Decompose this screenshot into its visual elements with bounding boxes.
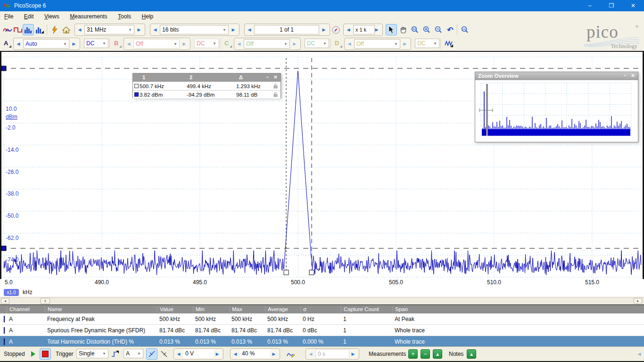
- col-value[interactable]: Value: [157, 306, 193, 313]
- zoom-out-icon[interactable]: [433, 24, 444, 35]
- add-spectrum-view-icon[interactable]: [34, 24, 45, 35]
- threshold-down-button[interactable]: ◀: [175, 350, 182, 358]
- hand-tool-icon[interactable]: [397, 24, 409, 35]
- pretrigger-field[interactable]: 40 %: [240, 349, 270, 358]
- channel-c-range-next-button[interactable]: ▶: [291, 40, 298, 48]
- xzoom-next-button[interactable]: ▶: [373, 25, 380, 34]
- menu-views[interactable]: Views: [40, 11, 64, 22]
- channel-c-range-prev-button[interactable]: ◀: [235, 40, 243, 48]
- channel-a-range-prev-button[interactable]: ◀: [15, 40, 22, 48]
- col-name[interactable]: Name: [45, 306, 157, 313]
- channel-a-label[interactable]: A: [4, 40, 8, 47]
- menu-file[interactable]: File: [0, 11, 17, 22]
- channel-a-coupling-select[interactable]: DC ▼: [84, 39, 108, 48]
- col-average[interactable]: Average: [265, 306, 300, 313]
- zoom-overview-header[interactable]: Zoom Overview – ✕: [475, 72, 638, 80]
- scroll-left-button[interactable]: ◂: [1, 298, 9, 304]
- ruler-readout-header[interactable]: 1 2 Δ – ✕: [133, 74, 281, 82]
- rising-edge-icon[interactable]: [146, 348, 157, 360]
- unlock-icon[interactable]: [273, 92, 278, 97]
- col-channel[interactable]: Channel: [7, 306, 45, 313]
- samplerate-prev-button[interactable]: ◀: [76, 25, 83, 34]
- splitter-handle[interactable]: ‖: [41, 298, 50, 304]
- unlock-icon[interactable]: [273, 83, 278, 89]
- home-icon[interactable]: [60, 24, 72, 35]
- minimize-icon[interactable]: –: [264, 74, 271, 81]
- vertical-ruler-handle[interactable]: [309, 270, 314, 275]
- menu-measurements[interactable]: Measurements: [66, 11, 111, 22]
- zoom-in-icon[interactable]: [421, 24, 432, 35]
- waveform-options-icon[interactable]: [443, 38, 454, 49]
- close-icon[interactable]: ✕: [629, 73, 636, 79]
- horizontal-ruler-handle[interactable]: [1, 66, 6, 71]
- zoom-overview-window[interactable]: Zoom Overview – ✕: [475, 72, 638, 142]
- edit-waveform-icon[interactable]: [285, 348, 296, 360]
- threshold-field[interactable]: 0 V: [183, 349, 214, 358]
- stop-button[interactable]: [40, 348, 51, 360]
- xzoom-prev-button[interactable]: ◀: [345, 25, 352, 34]
- falling-edge-icon[interactable]: [158, 348, 170, 360]
- edit-measurement-button[interactable]: ▴: [433, 349, 442, 359]
- buffer-navigator-icon[interactable]: [330, 24, 341, 35]
- channel-b-range-prev-button[interactable]: ◀: [125, 40, 132, 48]
- start-button[interactable]: [27, 348, 39, 360]
- col-min[interactable]: Min: [193, 306, 229, 313]
- resolution-next-button[interactable]: ▶: [230, 25, 237, 34]
- panel-collapse-button[interactable]: ◀: [636, 350, 643, 358]
- restore-button[interactable]: ❐: [601, 0, 622, 11]
- threshold-up-button[interactable]: ▶: [214, 350, 221, 358]
- resolution-prev-button[interactable]: ◀: [151, 25, 159, 34]
- vertical-ruler-handle[interactable]: [284, 270, 289, 275]
- zoom-overview-canvas[interactable]: [475, 80, 637, 140]
- col-sigma[interactable]: σ: [300, 306, 341, 313]
- samplerate-select[interactable]: 31 MHz ▼: [84, 25, 134, 34]
- zoom-100-icon[interactable]: 100: [459, 24, 471, 35]
- remove-measurement-button[interactable]: −: [421, 349, 430, 359]
- channel-b-label[interactable]: B: [114, 40, 118, 47]
- xzoom-field[interactable]: x 1 k: [353, 25, 375, 34]
- menu-edit[interactable]: Edit: [20, 11, 38, 22]
- buffer-next-button[interactable]: ▶: [320, 25, 328, 34]
- auto-setup-icon[interactable]: [49, 24, 60, 35]
- close-button[interactable]: ✕: [622, 0, 644, 11]
- table-row[interactable]: A Frequency at Peak 500 kHz 500 kHz 500 …: [0, 313, 644, 325]
- table-row[interactable]: A Spurious Free Dynamic Range (SFDR) 81.…: [0, 325, 644, 336]
- channel-b-coupling-select[interactable]: DC ▼: [194, 39, 219, 48]
- channel-a-range-select[interactable]: Auto ▼: [23, 39, 69, 49]
- delay-up-button[interactable]: ▶: [349, 350, 357, 358]
- channel-a-range-next-button[interactable]: ▶: [70, 40, 78, 48]
- advanced-trigger-icon[interactable]: [109, 348, 121, 360]
- notes-button[interactable]: ▴: [467, 349, 476, 359]
- channel-d-range-next-button[interactable]: ▶: [401, 40, 409, 48]
- delay-field[interactable]: 0 s: [315, 349, 349, 359]
- spectrum-view-icon[interactable]: [23, 24, 34, 35]
- undo-zoom-icon[interactable]: ↶: [445, 24, 456, 35]
- resolution-select[interactable]: 16 bits ▼: [160, 25, 229, 34]
- pretrigger-up-button[interactable]: ▶: [270, 350, 278, 358]
- channel-d-range-select[interactable]: Off ▼: [354, 39, 400, 49]
- x-axis-unit[interactable]: kHz: [23, 289, 33, 296]
- channel-d-label[interactable]: D: [335, 40, 339, 47]
- pretrigger-down-button[interactable]: ◀: [231, 350, 239, 358]
- pointer-tool-icon[interactable]: [386, 24, 397, 35]
- channel-c-range-select[interactable]: Off ▼: [244, 39, 290, 49]
- channel-c-label[interactable]: C: [224, 40, 229, 47]
- channel-d-coupling-select[interactable]: DC ▼: [415, 39, 439, 48]
- samplerate-next-button[interactable]: ▶: [135, 25, 143, 34]
- channel-b-range-next-button[interactable]: ▶: [181, 40, 188, 48]
- trigger-mode-select[interactable]: Single ▼: [76, 349, 108, 358]
- minimize-button[interactable]: –: [579, 0, 601, 11]
- col-max[interactable]: Max: [229, 306, 265, 313]
- menu-help[interactable]: Help: [138, 11, 158, 22]
- horizontal-ruler-handle[interactable]: [1, 246, 6, 251]
- close-icon[interactable]: ✕: [272, 74, 279, 81]
- channel-d-range-prev-button[interactable]: ◀: [346, 40, 353, 48]
- scope-view-icon[interactable]: [2, 24, 13, 35]
- ruler-readout-window[interactable]: 1 2 Δ – ✕ 500.7 kHz 499.4 kHz 1.293 kHz …: [132, 73, 281, 98]
- add-measurement-button[interactable]: +: [408, 349, 418, 359]
- scroll-right-button[interactable]: ▸: [634, 298, 642, 304]
- overview-view-region[interactable]: [486, 84, 488, 136]
- trigger-source-select[interactable]: A ▼: [124, 349, 143, 358]
- col-capture-count[interactable]: Capture Count: [341, 306, 392, 313]
- channel-c-coupling-select[interactable]: DC ▼: [305, 39, 329, 48]
